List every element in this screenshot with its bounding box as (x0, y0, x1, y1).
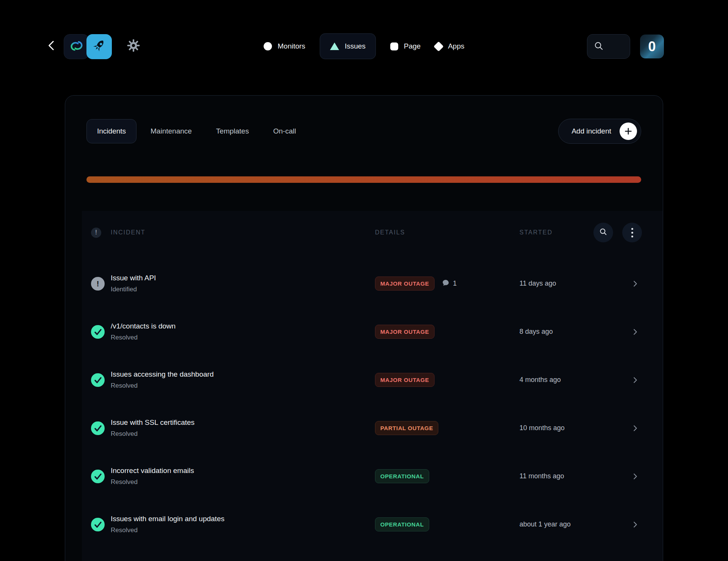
nav-item-apps[interactable]: Apps (435, 42, 464, 50)
top-bar: Monitors Issues Page Apps 0 (0, 0, 728, 93)
table-search-button[interactable] (593, 223, 613, 242)
tab-incidents-label: Incidents (97, 127, 126, 135)
header-details: DETAILS (375, 229, 519, 236)
status-badge: MAJOR OUTAGE (375, 277, 435, 291)
rocket-tile (86, 34, 112, 59)
nav-item-issues[interactable]: Issues (320, 33, 376, 59)
row-chevron-icon[interactable] (628, 280, 643, 288)
check-icon (91, 325, 105, 339)
panel-tabs: Incidents Maintenance Templates On-call (86, 119, 306, 143)
rocket-icon (91, 38, 108, 56)
tab-incidents[interactable]: Incidents (86, 119, 136, 143)
table-header: ! INCIDENT DETAILS STARTED (82, 222, 663, 244)
add-incident-button[interactable]: Add incident (558, 119, 641, 144)
tab-templates-label: Templates (216, 127, 249, 135)
nav-issues-label: Issues (345, 42, 366, 50)
incident-status: Identified (111, 286, 375, 293)
gear-icon (127, 39, 140, 54)
started-time: 10 months ago (519, 424, 628, 432)
brand-swirl-tile (64, 34, 89, 59)
incident-row[interactable]: Issue with SSL certificates Resolved PAR… (82, 404, 663, 452)
incident-header-icon: ! (91, 228, 101, 238)
row-chevron-icon[interactable] (628, 472, 643, 481)
tab-oncall[interactable]: On-call (263, 119, 306, 143)
nav-monitors-label: Monitors (278, 42, 305, 50)
header-incident: INCIDENT (111, 229, 375, 236)
incident-row[interactable]: Issues accessing the dashboard Resolved … (82, 356, 663, 404)
incident-row[interactable]: Issues with email login and updates Reso… (82, 500, 663, 548)
incident-title: Issues with email login and updates (111, 515, 375, 523)
tab-templates[interactable]: Templates (206, 119, 259, 143)
incident-title: Issue with SSL certificates (111, 418, 375, 427)
comment-bubble-icon (442, 279, 450, 288)
add-incident-label: Add incident (571, 127, 611, 135)
incident-title: /v1/contacts is down (111, 322, 375, 330)
row-chevron-icon[interactable] (628, 328, 643, 336)
chevron-left-icon (47, 40, 56, 53)
issues-triangle-icon (330, 42, 339, 50)
check-icon (91, 470, 105, 483)
incident-status: Resolved (111, 430, 375, 438)
nav-apps-label: Apps (448, 42, 464, 50)
incident-row[interactable]: Incorrect validation emails Resolved OPE… (82, 452, 663, 500)
tab-oncall-label: On-call (273, 127, 296, 135)
nav-item-page[interactable]: Page (390, 42, 420, 50)
apps-diamond-icon (433, 41, 444, 52)
app-logo[interactable] (64, 34, 112, 59)
row-chevron-icon[interactable] (628, 520, 643, 529)
swirl-logo-icon (69, 38, 85, 55)
started-time: 4 months ago (519, 376, 628, 384)
main-nav: Monitors Issues Page Apps (264, 28, 464, 64)
started-time: 11 days ago (519, 280, 628, 288)
row-chevron-icon[interactable] (628, 424, 643, 432)
started-time: about 1 year ago (519, 520, 628, 528)
warning-icon: ! (91, 277, 105, 291)
back-button[interactable] (45, 38, 58, 55)
row-chevron-icon[interactable] (628, 376, 643, 384)
status-badge: OPERATIONAL (375, 469, 429, 483)
tab-maintenance[interactable]: Maintenance (140, 119, 202, 143)
incidents-panel: Incidents Maintenance Templates On-call … (65, 95, 663, 561)
started-time: 8 days ago (519, 328, 628, 336)
kebab-icon (631, 228, 633, 237)
search-icon (593, 41, 604, 53)
nav-page-label: Page (404, 42, 420, 50)
avatar-initial: 0 (648, 39, 656, 55)
nav-item-monitors[interactable]: Monitors (264, 42, 305, 50)
started-time: 11 months ago (519, 472, 628, 480)
table-menu-button[interactable] (622, 223, 642, 242)
incident-status: Resolved (111, 526, 375, 534)
comment-count: 1 (442, 279, 457, 288)
check-icon (91, 373, 105, 387)
incident-status: Resolved (111, 334, 375, 341)
table-search-icon (599, 227, 608, 238)
incident-row[interactable]: ! Issue with API Identified MAJOR OUTAGE (82, 259, 663, 308)
incident-title: Issues accessing the dashboard (111, 370, 375, 379)
settings-button[interactable] (126, 39, 141, 54)
incident-title: Incorrect validation emails (111, 467, 375, 475)
avatar[interactable]: 0 (640, 35, 664, 58)
incident-row[interactable]: /v1/contacts is down Resolved MAJOR OUTA… (82, 308, 663, 356)
plus-icon (620, 123, 637, 140)
tab-maintenance-label: Maintenance (151, 127, 192, 135)
status-badge: PARTIAL OUTAGE (375, 421, 438, 435)
status-badge: MAJOR OUTAGE (375, 325, 435, 339)
monitors-circle-icon (264, 42, 272, 50)
page-square-icon (390, 42, 398, 50)
status-gradient-bar (86, 176, 641, 183)
incident-title: Issue with API (111, 274, 375, 282)
status-badge: MAJOR OUTAGE (375, 373, 435, 387)
incidents-table: ! INCIDENT DETAILS STARTED (82, 211, 663, 561)
incident-status: Resolved (111, 478, 375, 486)
check-icon (91, 518, 105, 531)
incident-status: Resolved (111, 382, 375, 390)
search-input[interactable] (587, 34, 630, 59)
check-icon (91, 421, 105, 435)
status-badge: OPERATIONAL (375, 517, 429, 531)
table-rows: ! Issue with API Identified MAJOR OUTAGE (82, 259, 663, 548)
